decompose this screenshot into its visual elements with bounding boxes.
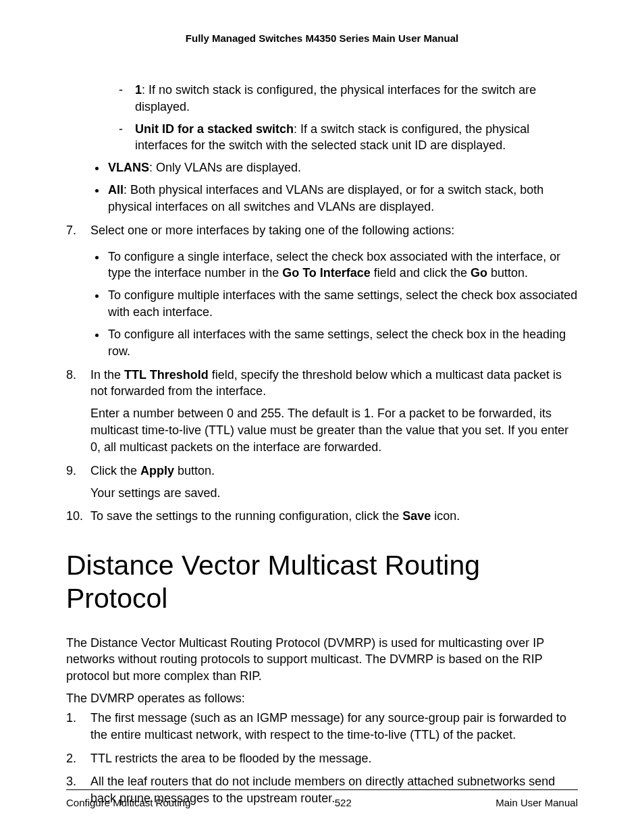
text: icon. — [431, 509, 460, 523]
step-number: 7. — [66, 222, 76, 239]
text: To save the settings to the running conf… — [90, 509, 402, 523]
text: Click the — [90, 464, 140, 477]
text: field and click the — [371, 266, 471, 280]
paragraph: The Distance Vector Multicast Routing Pr… — [66, 635, 578, 685]
list-item: 2. TTL restricts the area to be flooded … — [66, 750, 578, 767]
text: button. — [174, 464, 215, 477]
list-item: To configure multiple interfaces with th… — [107, 287, 578, 321]
dash-list: 1: If no switch stack is configured, the… — [90, 82, 578, 154]
text: In the — [90, 368, 124, 382]
step-8: 8. In the TTL Threshold field, specify t… — [66, 367, 578, 456]
text: TTL restricts the area to be flooded by … — [90, 752, 372, 765]
list-item: 1: If no switch stack is configured, the… — [119, 82, 578, 115]
bold-text: Apply — [140, 464, 174, 477]
list-item: All: Both physical interfaces and VLANs … — [107, 182, 578, 215]
text: : Both physical interfaces and VLANs are… — [108, 183, 543, 213]
text: The first message (such as an IGMP messa… — [90, 711, 566, 741]
step-number: 1. — [66, 710, 76, 727]
bold-text: Unit ID for a stacked switch — [135, 122, 294, 136]
paragraph: Enter a number between 0 and 255. The de… — [90, 405, 578, 455]
bold-text: TTL Threshold — [124, 368, 209, 382]
bold-text: All — [108, 183, 124, 197]
bold-text: Go — [471, 266, 487, 280]
bold-text: Go To Interface — [282, 266, 371, 280]
page-header: Fully Managed Switches M4350 Series Main… — [66, 32, 578, 44]
bold-text: VLANS — [108, 161, 149, 174]
page: Fully Managed Switches M4350 Series Main… — [0, 0, 644, 834]
text: : Only VLANs are displayed. — [149, 161, 301, 174]
text: : If no switch stack is configured, the … — [135, 83, 536, 113]
footer-left: Configure Multicast Routing — [66, 797, 190, 808]
step-number: 9. — [66, 463, 76, 479]
bullet-list: VLANS: Only VLANs are displayed. All: Bo… — [66, 159, 578, 215]
text: button. — [487, 266, 528, 280]
list-item: Unit ID for a stacked switch: If a switc… — [119, 121, 578, 155]
footer-page-number: 522 — [335, 797, 352, 808]
paragraph: The DVMRP operates as follows: — [66, 690, 578, 707]
step-number: 10. — [66, 508, 83, 525]
bold-text: 1 — [135, 83, 142, 97]
step-9: 9. Click the Apply button. Your settings… — [66, 463, 578, 502]
step-7: 7. Select one or more interfaces by taki… — [66, 222, 578, 360]
footer-right: Main User Manual — [495, 797, 578, 808]
step-number: 2. — [66, 750, 76, 767]
step-number: 8. — [66, 367, 76, 384]
list-item: VLANS: Only VLANs are displayed. — [107, 159, 578, 176]
step-number: 3. — [66, 773, 76, 790]
page-body: 1: If no switch stack is configured, the… — [66, 82, 578, 807]
ordered-list: 7. Select one or more interfaces by taki… — [66, 222, 578, 525]
list-item: 1. The first message (such as an IGMP me… — [66, 710, 578, 744]
step-10: 10. To save the settings to the running … — [66, 508, 578, 525]
paragraph: Your settings are saved. — [90, 485, 578, 502]
list-item: To configure a single interface, select … — [107, 249, 578, 282]
section-heading: Distance Vector Multicast Routing Protoc… — [66, 549, 578, 615]
list-item: To configure all interfaces with the sam… — [107, 326, 578, 360]
step-text: Select one or more interfaces by taking … — [90, 224, 454, 237]
bold-text: Save — [402, 509, 431, 523]
page-footer: Configure Multicast Routing 522 Main Use… — [66, 789, 578, 808]
bullet-list: To configure a single interface, select … — [90, 249, 578, 360]
